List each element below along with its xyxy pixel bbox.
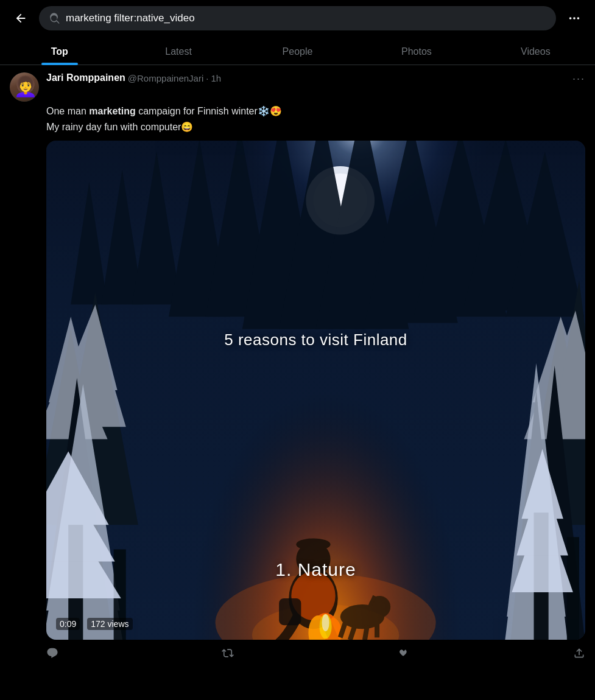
tab-latest[interactable]: Latest [119,37,238,65]
svg-point-71 [322,614,329,631]
tweet-header: Jari Romppainen @RomppainenJari · 1h ··· [10,72,585,102]
tweet-line2: My rainy day fun with computer😄 [46,120,585,135]
search-tabs: Top Latest People Photos Videos [0,37,595,65]
tweet-dot-separator: · [206,73,208,83]
header: marketing filter:native_video [0,0,595,37]
tab-top[interactable]: Top [0,37,119,65]
share-button[interactable] [573,647,585,662]
tab-videos[interactable]: Videos [476,37,595,65]
retweet-button[interactable] [222,647,234,662]
svg-line-77 [365,625,367,640]
more-options-button[interactable] [563,7,585,29]
tweet-more-button[interactable]: ··· [572,72,585,85]
tweet-line1-pre: One man [46,106,89,116]
like-button[interactable] [398,647,410,662]
svg-point-65 [296,538,330,550]
svg-point-1 [573,17,576,19]
tab-people[interactable]: People [238,37,357,65]
search-query-text: marketing filter:native_video [66,12,546,24]
tweet-meta: Jari Romppainen @RomppainenJari · 1h [46,72,565,83]
video-subtitle-overlay: 1. Nature [46,559,585,580]
tweet-time: 1h [211,73,221,83]
tweet-container: Jari Romppainen @RomppainenJari · 1h ···… [0,65,595,674]
video-card[interactable]: 5 reasons to visit Finland 1. Nature 0:0… [46,141,585,640]
svg-rect-79 [279,598,301,625]
svg-point-2 [577,17,580,19]
video-title-overlay: 5 reasons to visit Finland [46,331,585,349]
search-icon [49,13,60,24]
tweet-body: One man marketing campaign for Finnish w… [46,104,585,135]
svg-point-0 [569,17,572,19]
tweet-keyword: marketing [89,106,135,116]
video-meta: 0:09 172 views [56,618,133,630]
tab-photos[interactable]: Photos [357,37,476,65]
video-views: 172 views [87,618,132,630]
search-bar[interactable]: marketing filter:native_video [39,6,556,30]
author-handle[interactable]: @RomppainenJari [128,73,203,83]
avatar-image [10,72,39,102]
avatar[interactable] [10,72,39,102]
back-arrow-icon [14,12,27,25]
tweet-actions [46,647,585,667]
reply-button[interactable] [46,647,58,662]
video-duration: 0:09 [56,618,80,630]
author-name[interactable]: Jari Romppainen [46,72,125,83]
tweet-line1-post: campaign for Finnish winter❄️😍 [136,106,282,116]
tweet-line1: One man marketing campaign for Finnish w… [46,104,585,119]
back-button[interactable] [10,7,32,29]
